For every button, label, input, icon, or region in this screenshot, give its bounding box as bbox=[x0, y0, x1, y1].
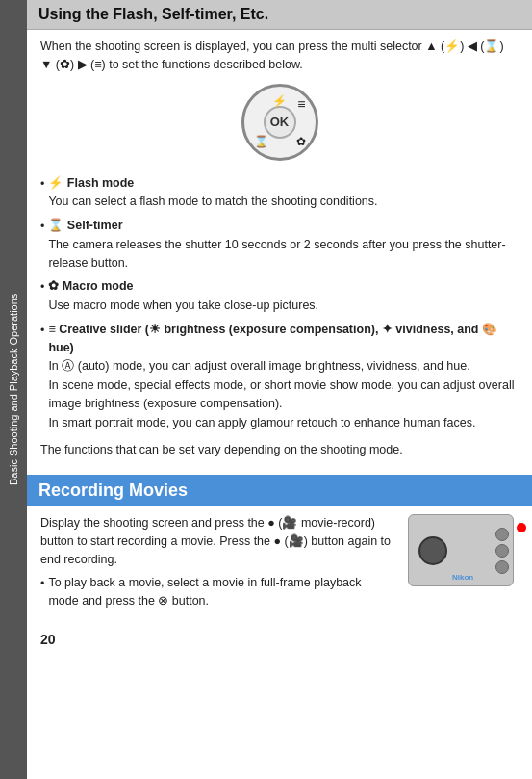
creative-desc2: In scene mode, special effects mode, or … bbox=[48, 377, 519, 413]
list-item-selftimer: • ⌛ Self-timer The camera releases the s… bbox=[40, 217, 519, 272]
flash-bullet-icon: • bbox=[40, 175, 44, 194]
recording-section-header: Recording Movies bbox=[27, 475, 532, 506]
camera-lens bbox=[418, 536, 447, 565]
recording-section-title: Recording Movies bbox=[38, 480, 188, 500]
camera-body-diagram: Nikon bbox=[408, 514, 514, 586]
selftimer-bullet-icon: • bbox=[40, 218, 44, 236]
camera-control-circle: ⚡ OK ≡ ✿ ⌛ bbox=[241, 84, 318, 161]
recording-desc1: Display the shooting screen and press th… bbox=[40, 514, 393, 568]
red-dot-indicator bbox=[517, 523, 526, 532]
ok-button-display: OK bbox=[264, 106, 296, 139]
left-icon: ⌛ bbox=[254, 135, 268, 148]
camera-diagram: ⚡ OK ≡ ✿ ⌛ bbox=[40, 84, 519, 161]
flash-section-header: Using the Flash, Self-timer, Etc. bbox=[27, 0, 532, 30]
camera-brand-label: Nikon bbox=[452, 573, 473, 582]
footer-note: The functions that can be set vary depen… bbox=[40, 441, 519, 459]
creative-desc1: In Ⓐ (auto) mode, you can adjust overall… bbox=[48, 357, 519, 376]
creative-title: ≡ Creative slider (☀ brightness (exposur… bbox=[48, 323, 497, 354]
flash-desc: You can select a flash mode to match the… bbox=[48, 193, 377, 211]
list-item-macro: • ✿ Macro mode Use macro mode when you t… bbox=[40, 277, 519, 315]
selftimer-title: ⌛ Self-timer bbox=[48, 219, 122, 232]
flash-section-title: Using the Flash, Self-timer, Etc. bbox=[38, 6, 268, 22]
sidebar-label: Basic Shooting and Playback Operations bbox=[8, 294, 19, 485]
list-item-creative: • ≡ Creative slider (☀ brightness (expos… bbox=[40, 321, 519, 432]
main-content: Using the Flash, Self-timer, Etc. When t… bbox=[27, 0, 532, 779]
recording-text: Display the shooting screen and press th… bbox=[40, 514, 393, 616]
list-item-flash: • ⚡ Flash mode You can select a flash mo… bbox=[40, 174, 519, 212]
creative-desc3: In smart portrait mode, you can apply gl… bbox=[48, 414, 519, 432]
recording-bullet-icon: • bbox=[40, 575, 44, 593]
recording-section-body: Display the shooting screen and press th… bbox=[27, 506, 532, 624]
flash-top-icon: ⚡ bbox=[272, 94, 287, 108]
recording-bullets: • To play back a movie, select a movie i… bbox=[40, 574, 393, 610]
flash-title: ⚡ Flash mode bbox=[48, 176, 134, 190]
intro-text: When the shooting screen is displayed, y… bbox=[40, 38, 519, 74]
side-btn-1 bbox=[495, 528, 509, 541]
side-btn-3 bbox=[495, 560, 509, 574]
sidebar: Basic Shooting and Playback Operations bbox=[0, 0, 27, 779]
macro-desc: Use macro mode when you take close-up pi… bbox=[48, 297, 318, 315]
recording-camera-image: Nikon bbox=[403, 514, 519, 616]
recording-playback-text: To play back a movie, select a movie in … bbox=[48, 574, 393, 610]
creative-bullet-icon: • bbox=[40, 322, 44, 340]
side-btn-2 bbox=[495, 544, 509, 558]
page-number: 20 bbox=[40, 632, 56, 647]
recording-playback-item: • To play back a movie, select a movie i… bbox=[40, 574, 393, 610]
macro-bullet-icon: • bbox=[40, 278, 44, 297]
bottom-icon: ✿ bbox=[296, 135, 306, 148]
camera-side-controls bbox=[495, 528, 509, 574]
flash-section-body: When the shooting screen is displayed, y… bbox=[27, 30, 532, 475]
macro-title: ✿ Macro mode bbox=[48, 279, 133, 293]
selftimer-desc: The camera releases the shutter 10 secon… bbox=[48, 236, 519, 273]
feature-list: • ⚡ Flash mode You can select a flash mo… bbox=[40, 174, 519, 432]
page-number-area: 20 bbox=[27, 624, 532, 655]
right-icon: ≡ bbox=[297, 96, 305, 112]
